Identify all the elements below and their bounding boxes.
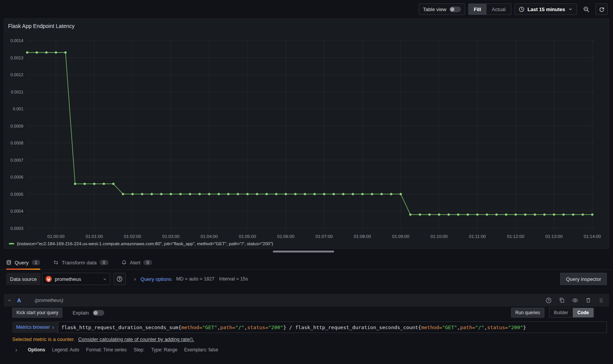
svg-text:0.0013: 0.0013 (10, 56, 23, 60)
promql-token: , (457, 325, 460, 330)
chevron-down-icon (103, 277, 107, 281)
table-view-label: Table view (423, 7, 446, 12)
grafana-panel-editor: Table view Fill Actual Last 15 minutes (0, 0, 613, 364)
promql-token: } / flask_http_request_duration_seconds_… (283, 325, 421, 330)
promql-token: status= (487, 325, 508, 330)
datasource-row: Data source prometheus › Query opti (6, 272, 607, 285)
svg-text:0.0008: 0.0008 (10, 141, 23, 145)
pane-resize-handle[interactable] (273, 251, 334, 253)
fill-actual-group: Fill Actual (468, 3, 511, 15)
svg-text:01:09:00: 01:09:00 (392, 234, 410, 239)
builder-code-group: Builder Code (549, 308, 594, 318)
svg-text:0.0005: 0.0005 (10, 192, 23, 197)
svg-text:0.0011: 0.0011 (11, 90, 23, 94)
tab-query[interactable]: Query 1 (6, 256, 40, 269)
chevron-right-icon: › (52, 325, 54, 330)
refresh-button[interactable] (595, 3, 608, 15)
time-range-picker[interactable]: Last 15 minutes (515, 3, 577, 15)
svg-text:0.0004: 0.0004 (10, 209, 23, 213)
promql-token: } (523, 325, 526, 330)
delete-query-trash-icon[interactable] (585, 297, 591, 303)
query-option-summary: Type: Range (151, 347, 177, 353)
query-options-toggle[interactable]: Query options (141, 276, 172, 282)
query-option-summary: Format: Time series (86, 347, 127, 353)
explain-toggle[interactable] (93, 310, 104, 316)
svg-text:01:07:00: 01:07:00 (316, 234, 333, 239)
query-datasource-hint: (prometheus) (35, 298, 63, 303)
tab-alert-count: 0 (143, 260, 152, 265)
tab-alert[interactable]: Alert 0 (121, 256, 152, 269)
datasource-picker[interactable]: prometheus (42, 273, 110, 285)
svg-text:01:10:00: 01:10:00 (431, 234, 448, 239)
tab-query-count: 1 (32, 260, 40, 265)
promql-token: "200" (268, 325, 283, 330)
svg-text:0.001: 0.001 (13, 107, 23, 111)
svg-text:0.0012: 0.0012 (10, 72, 23, 77)
svg-text:01:11:00: 01:11:00 (469, 234, 486, 239)
query-option-summary: Step: (134, 347, 144, 353)
query-option-summary: Exemplars: false (184, 347, 218, 353)
query-options-interval: Interval = 15s (219, 276, 248, 282)
tab-transform-label: Transform data (62, 260, 97, 266)
hide-query-eye-icon[interactable] (572, 297, 578, 303)
duplicate-query-icon[interactable] (559, 297, 565, 303)
promql-token: path= (220, 325, 235, 330)
editor-tabs: Query 1 Transform data 0 Alert 0 (0, 256, 613, 270)
query-options-md: MD = auto = 1827 (176, 276, 215, 282)
tab-transform-data[interactable]: Transform data 0 (53, 256, 108, 269)
promql-token: , (484, 325, 487, 330)
add-rate-hint-link[interactable]: Consider calculating rate of counter by … (78, 336, 194, 342)
svg-text:0.0014: 0.0014 (10, 38, 23, 43)
query-editor: Kick start your query Explain Run querie… (4, 307, 609, 353)
promql-token: "/" (235, 325, 244, 330)
explain-group: Explain (72, 310, 104, 316)
series-color-swatch (9, 243, 14, 244)
query-inspector-button[interactable]: Query inspector (560, 273, 607, 285)
query-options-group: › Query options MD = auto = 1827 Interva… (134, 276, 248, 282)
promql-token: "GET" (442, 325, 457, 330)
panel-title: Flask App Endpoint Latency (8, 23, 75, 29)
promql-token: flask_http_request_duration_seconds_sum{ (61, 325, 181, 330)
clock-icon (519, 7, 524, 12)
zoom-out-button[interactable] (580, 3, 592, 15)
builder-mode-button[interactable]: Builder (549, 308, 573, 317)
actual-button[interactable]: Actual (487, 4, 511, 15)
query-option-summary: Legend: Auto (52, 347, 79, 353)
code-mode-button[interactable]: Code (573, 308, 593, 317)
collapse-chevron-icon[interactable]: › (7, 299, 13, 301)
legend-item[interactable]: {instance="ec2-184-169-216-224.us-west-1… (9, 241, 273, 246)
run-queries-button[interactable]: Run queries (511, 308, 544, 318)
promql-token: method= (421, 325, 442, 330)
promql-token: status= (247, 325, 268, 330)
zoom-out-icon (583, 6, 590, 13)
svg-text:01:13:00: 01:13:00 (546, 234, 563, 239)
time-range-label: Last 15 minutes (528, 7, 565, 12)
svg-text:01:02:00: 01:02:00 (124, 234, 141, 239)
table-view-toggle[interactable] (449, 7, 461, 12)
kick-start-query-button[interactable]: Kick start your query (12, 308, 62, 318)
svg-text:01:06:00: 01:06:00 (277, 234, 295, 239)
svg-text:0.0006: 0.0006 (10, 175, 23, 179)
metrics-browser-button[interactable]: Metrics browser › (12, 321, 58, 333)
latency-chart[interactable]: 0.00140.00130.00120.00110.0010.00090.000… (4, 19, 609, 248)
query-help-icon[interactable] (546, 297, 552, 303)
drag-handle-icon[interactable] (598, 298, 604, 303)
promql-token: , (244, 325, 247, 330)
chevron-down-icon (568, 7, 573, 11)
svg-text:01:14:00: 01:14:00 (584, 234, 601, 239)
promql-token: "/" (475, 325, 484, 330)
svg-text:01:05:00: 01:05:00 (239, 234, 256, 239)
tab-transform-count: 0 (100, 260, 108, 265)
query-row-header[interactable]: › A (prometheus) (4, 294, 609, 307)
svg-text:01:12:00: 01:12:00 (507, 234, 524, 239)
promql-query-input[interactable]: flask_http_request_duration_seconds_sum{… (58, 321, 607, 333)
svg-text:01:04:00: 01:04:00 (201, 234, 218, 239)
transform-icon (53, 260, 59, 265)
datasource-help-button[interactable] (113, 273, 126, 285)
options-chevron-icon[interactable]: › (15, 347, 17, 353)
table-view-group: Table view (419, 3, 465, 15)
explain-label: Explain (72, 310, 89, 316)
svg-text:01:03:00: 01:03:00 (162, 234, 180, 239)
fill-button[interactable]: Fill (469, 4, 487, 15)
options-toggle[interactable]: Options (28, 347, 45, 353)
